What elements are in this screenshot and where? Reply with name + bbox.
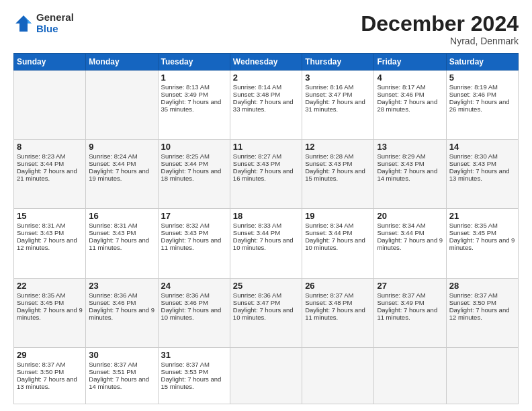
- title-block: December 2024 Nyrad, Denmark: [361, 12, 519, 46]
- daylight: Daylight: 7 hours and 18 minutes.: [161, 167, 222, 182]
- table-cell: 29Sunrise: 8:37 AMSunset: 3:50 PMDayligh…: [14, 347, 86, 404]
- daylight: Daylight: 7 hours and 10 minutes.: [161, 306, 222, 321]
- sunrise: Sunrise: 8:34 AM: [305, 222, 353, 229]
- sunset: Sunset: 3:50 PM: [17, 368, 64, 375]
- table-cell: 10Sunrise: 8:25 AMSunset: 3:44 PMDayligh…: [158, 140, 230, 209]
- sunrise: Sunrise: 8:13 AM: [161, 83, 210, 91]
- sunset: Sunset: 3:43 PM: [89, 229, 136, 236]
- sunrise: Sunrise: 8:35 AM: [17, 291, 65, 299]
- month-title: December 2024: [361, 12, 519, 36]
- logo-icon: [13, 13, 34, 34]
- daylight: Daylight: 7 hours and 10 minutes.: [305, 236, 365, 251]
- daylight: Daylight: 7 hours and 14 minutes.: [89, 375, 149, 390]
- sunset: Sunset: 3:46 PM: [161, 299, 208, 306]
- sunrise: Sunrise: 8:29 AM: [377, 152, 425, 160]
- sunrise: Sunrise: 8:16 AM: [305, 83, 353, 91]
- table-cell: 5Sunrise: 8:19 AMSunset: 3:46 PMDaylight…: [446, 71, 518, 140]
- table-cell: 4Sunrise: 8:17 AMSunset: 3:46 PMDaylight…: [374, 71, 446, 140]
- table-cell: 13Sunrise: 8:29 AMSunset: 3:43 PMDayligh…: [374, 140, 446, 209]
- sunrise: Sunrise: 8:37 AM: [161, 361, 210, 368]
- logo-blue: Blue: [36, 24, 74, 35]
- day-number: 9: [89, 142, 154, 152]
- sunrise: Sunrise: 8:17 AM: [377, 83, 425, 91]
- header-row: Sunday Monday Tuesday Wednesday Thursday…: [14, 54, 519, 71]
- day-number: 4: [377, 73, 443, 83]
- table-cell: [446, 347, 518, 404]
- table-cell: 11Sunrise: 8:27 AMSunset: 3:43 PMDayligh…: [230, 140, 302, 209]
- day-number: 12: [305, 142, 371, 152]
- sunrise: Sunrise: 8:19 AM: [449, 83, 498, 91]
- sunset: Sunset: 3:53 PM: [161, 368, 208, 375]
- sunset: Sunset: 3:43 PM: [17, 229, 64, 236]
- sunset: Sunset: 3:49 PM: [377, 299, 424, 306]
- col-friday: Friday: [374, 54, 446, 71]
- day-number: 10: [161, 142, 227, 152]
- daylight: Daylight: 7 hours and 15 minutes.: [161, 375, 222, 390]
- sunrise: Sunrise: 8:37 AM: [377, 291, 425, 299]
- sunrise: Sunrise: 8:36 AM: [233, 291, 281, 299]
- table-cell: 19Sunrise: 8:34 AMSunset: 3:44 PMDayligh…: [302, 209, 374, 278]
- table-cell: 28Sunrise: 8:37 AMSunset: 3:50 PMDayligh…: [446, 278, 518, 347]
- col-saturday: Saturday: [446, 54, 518, 71]
- logo-text: General Blue: [36, 12, 74, 34]
- sunrise: Sunrise: 8:34 AM: [377, 222, 425, 229]
- sunrise: Sunrise: 8:23 AM: [17, 152, 65, 160]
- daylight: Daylight: 7 hours and 26 minutes.: [449, 98, 510, 113]
- day-number: 23: [89, 281, 154, 291]
- page: General Blue December 2024 Nyrad, Denmar…: [0, 0, 532, 411]
- table-cell: 16Sunrise: 8:31 AMSunset: 3:43 PMDayligh…: [86, 209, 158, 278]
- day-number: 19: [305, 211, 371, 221]
- day-number: 15: [17, 211, 83, 221]
- sunset: Sunset: 3:43 PM: [449, 160, 496, 167]
- day-number: 11: [233, 142, 299, 152]
- daylight: Daylight: 7 hours and 12 minutes.: [17, 236, 77, 251]
- day-number: 5: [449, 73, 515, 83]
- sunset: Sunset: 3:47 PM: [305, 91, 352, 98]
- daylight: Daylight: 7 hours and 13 minutes.: [449, 167, 510, 182]
- day-number: 18: [233, 211, 299, 221]
- daylight: Daylight: 7 hours and 9 minutes.: [377, 236, 443, 251]
- day-number: 16: [89, 211, 154, 221]
- daylight: Daylight: 7 hours and 14 minutes.: [377, 167, 437, 182]
- daylight: Daylight: 7 hours and 11 minutes.: [89, 236, 149, 251]
- col-thursday: Thursday: [302, 54, 374, 71]
- day-number: 1: [161, 73, 227, 83]
- sunrise: Sunrise: 8:36 AM: [161, 291, 210, 299]
- day-number: 20: [377, 211, 443, 221]
- sunset: Sunset: 3:45 PM: [449, 229, 496, 236]
- day-number: 14: [449, 142, 515, 152]
- sunrise: Sunrise: 8:27 AM: [233, 152, 281, 160]
- day-number: 29: [17, 350, 83, 360]
- day-number: 26: [305, 281, 371, 291]
- daylight: Daylight: 7 hours and 10 minutes.: [233, 236, 294, 251]
- sunset: Sunset: 3:49 PM: [161, 91, 208, 98]
- sunset: Sunset: 3:47 PM: [233, 299, 280, 306]
- sunset: Sunset: 3:46 PM: [449, 91, 496, 98]
- day-number: 27: [377, 281, 443, 291]
- col-wednesday: Wednesday: [230, 54, 302, 71]
- day-number: 24: [161, 281, 227, 291]
- daylight: Daylight: 7 hours and 11 minutes.: [305, 306, 365, 321]
- table-cell: 14Sunrise: 8:30 AMSunset: 3:43 PMDayligh…: [446, 140, 518, 209]
- table-cell: 30Sunrise: 8:37 AMSunset: 3:51 PMDayligh…: [86, 347, 158, 404]
- table-cell: 26Sunrise: 8:37 AMSunset: 3:48 PMDayligh…: [302, 278, 374, 347]
- sunrise: Sunrise: 8:37 AM: [305, 291, 353, 299]
- sunset: Sunset: 3:48 PM: [233, 91, 280, 98]
- sunrise: Sunrise: 8:35 AM: [449, 222, 498, 229]
- col-tuesday: Tuesday: [158, 54, 230, 71]
- daylight: Daylight: 7 hours and 16 minutes.: [233, 167, 294, 182]
- sunrise: Sunrise: 8:32 AM: [161, 222, 210, 229]
- table-cell: 8Sunrise: 8:23 AMSunset: 3:44 PMDaylight…: [14, 140, 86, 209]
- table-cell: 22Sunrise: 8:35 AMSunset: 3:45 PMDayligh…: [14, 278, 86, 347]
- logo: General Blue: [13, 12, 74, 34]
- daylight: Daylight: 7 hours and 33 minutes.: [233, 98, 294, 113]
- sunset: Sunset: 3:44 PM: [377, 229, 424, 236]
- table-cell: [302, 347, 374, 404]
- sunset: Sunset: 3:43 PM: [233, 160, 280, 167]
- day-number: 21: [449, 211, 515, 221]
- table-cell: 25Sunrise: 8:36 AMSunset: 3:47 PMDayligh…: [230, 278, 302, 347]
- sunset: Sunset: 3:44 PM: [161, 160, 208, 167]
- table-cell: [86, 71, 158, 140]
- sunset: Sunset: 3:46 PM: [377, 91, 424, 98]
- table-cell: 17Sunrise: 8:32 AMSunset: 3:43 PMDayligh…: [158, 209, 230, 278]
